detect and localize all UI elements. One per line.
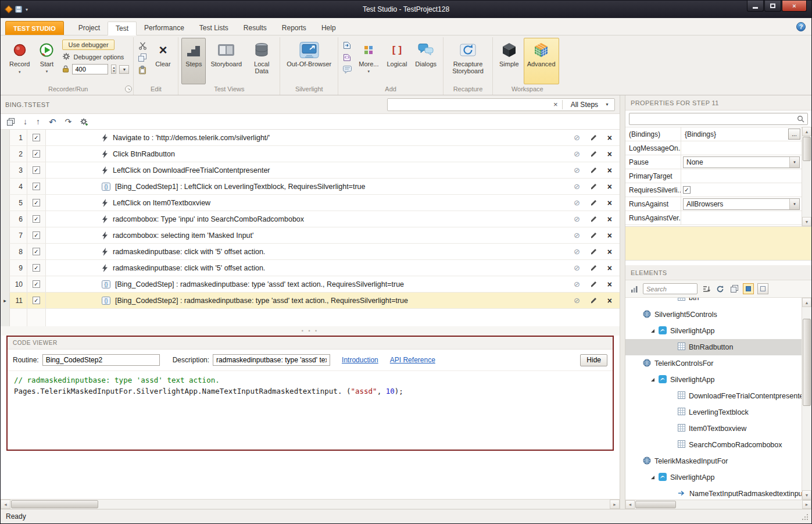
maximize-button[interactable] — [764, 1, 781, 12]
delete-step-icon[interactable]: × — [607, 166, 612, 174]
step-enabled-checkbox[interactable]: ✓ — [33, 183, 40, 190]
step-row[interactable]: 5 ✓ LeftClick on Item0Textboxview ⊘× — [1, 195, 620, 211]
step-enabled-checkbox[interactable]: ✓ — [33, 297, 40, 304]
steps-view-button[interactable]: Steps — [181, 38, 206, 84]
tab-performance[interactable]: Performance — [137, 21, 192, 35]
step-row[interactable]: 3 ✓ LeftClick on DownloadFreeTrialConten… — [1, 162, 620, 179]
use-debugger-toggle[interactable]: Use debugger — [62, 40, 114, 50]
tree-item[interactable]: LeverlingTextblock — [625, 404, 802, 420]
tree-item[interactable]: Silverlight5Controls — [625, 306, 802, 323]
properties-search-input[interactable] — [629, 113, 808, 125]
add-comment-icon[interactable] — [342, 65, 352, 74]
save-icon[interactable] — [15, 6, 22, 13]
delete-step-icon[interactable]: × — [607, 248, 612, 256]
redo-icon[interactable]: ↷ — [65, 117, 72, 126]
expander-icon[interactable] — [651, 476, 654, 479]
qat-dropdown-icon[interactable]: ▾ — [26, 7, 28, 12]
tree-item[interactable]: NameTextInputRadmaskedtextinput — [625, 486, 802, 500]
tree-item[interactable]: TelerikMaskedInputFor — [625, 453, 802, 469]
tree-item[interactable]: Item0Textboxview — [625, 420, 802, 437]
simple-workspace-button[interactable]: Simple — [496, 38, 523, 84]
recorder-delay-input[interactable] — [72, 64, 108, 74]
edit-step-icon[interactable] — [590, 264, 598, 272]
resize-grip-icon[interactable] — [802, 514, 809, 521]
hide-button[interactable]: Hide — [580, 354, 607, 366]
record-button[interactable]: Record ▾ — [6, 38, 33, 84]
scroll-left-icon[interactable]: ◄ — [625, 500, 635, 509]
undo-icon[interactable]: ↶ — [49, 117, 56, 126]
help-icon[interactable]: ? — [796, 22, 806, 31]
edit-step-icon[interactable] — [590, 183, 598, 190]
cut-icon[interactable] — [137, 41, 148, 50]
tab-results[interactable]: Results — [236, 21, 274, 35]
edit-step-icon[interactable] — [590, 280, 598, 288]
paste-icon[interactable] — [137, 65, 148, 74]
delete-step-icon[interactable]: × — [607, 215, 612, 223]
delete-step-icon[interactable]: × — [607, 134, 612, 142]
pause-step-icon[interactable]: ⊘ — [574, 166, 580, 174]
copy-icon[interactable] — [137, 53, 148, 62]
scroll-down-icon[interactable]: ▼ — [802, 490, 811, 500]
delete-step-icon[interactable]: × — [607, 280, 612, 288]
property-row[interactable]: RunsAgainst AllBrowsers▼ — [625, 197, 802, 211]
step-row[interactable]: 9 ✓ radmaskedinputbase: click with '5' o… — [1, 260, 620, 276]
introduction-link[interactable]: Introduction — [342, 356, 378, 364]
code-editor[interactable]: // radmaskedinputbase: type 'assd' text … — [8, 370, 613, 450]
delete-step-icon[interactable]: × — [607, 199, 612, 207]
expander-icon[interactable] — [651, 329, 654, 333]
tab-help[interactable]: Help — [314, 21, 344, 35]
outline-toggle[interactable] — [757, 283, 768, 294]
api-reference-link[interactable]: API Reference — [390, 356, 435, 364]
dropdown-caret-icon[interactable]: ▼ — [789, 157, 799, 167]
pause-step-icon[interactable]: ⊘ — [574, 134, 580, 141]
tab-test[interactable]: Test — [108, 22, 137, 35]
logical-button[interactable]: [] Logical — [383, 38, 410, 84]
bindings-ellipsis-button[interactable]: ... — [788, 129, 800, 140]
clear-search-icon[interactable]: × — [549, 100, 562, 109]
refresh-icon[interactable] — [715, 284, 725, 294]
pause-step-icon[interactable]: ⊘ — [574, 297, 580, 304]
tree-item[interactable]: DownloadFreeTrialContentpresenter — [625, 388, 802, 404]
sort-icon[interactable] — [701, 284, 711, 294]
elements-menu-icon[interactable] — [629, 284, 639, 294]
edit-step-icon[interactable] — [590, 215, 598, 223]
tab-reports[interactable]: Reports — [274, 21, 314, 35]
cascade-icon[interactable] — [729, 284, 739, 294]
storyboard-view-button[interactable]: Storyboard — [207, 38, 245, 84]
pause-dropdown[interactable]: None▼ — [683, 156, 800, 168]
delete-step-icon[interactable]: × — [607, 231, 612, 240]
recorder-dialog-launcher-icon[interactable]: ↘ — [125, 85, 132, 92]
edit-step-icon[interactable] — [590, 134, 598, 141]
copy-step-icon[interactable] — [7, 118, 15, 126]
local-data-view-button[interactable]: Local Data — [246, 38, 277, 84]
step-row[interactable]: 4 ✓ {} [Bing_CodedStep1] : LeftClick on … — [1, 179, 620, 195]
out-of-browser-button[interactable]: Out-Of-Browser — [283, 38, 335, 84]
pause-step-icon[interactable]: ⊘ — [574, 183, 580, 190]
elements-search-input[interactable] — [643, 283, 697, 294]
step-enabled-checkbox[interactable]: ✓ — [33, 231, 40, 239]
step-enabled-checkbox[interactable]: ✓ — [33, 150, 40, 158]
expander-icon[interactable] — [651, 378, 654, 382]
clear-button[interactable]: × Clear — [151, 38, 175, 84]
pause-step-icon[interactable]: ⊘ — [574, 215, 580, 223]
property-row[interactable]: Pause None▼ — [625, 155, 802, 169]
properties-scrollbar[interactable]: ▲ ▼ — [802, 127, 811, 226]
scroll-right-icon[interactable]: ► — [610, 500, 620, 509]
edit-step-icon[interactable] — [590, 248, 598, 255]
scrollbar-thumb[interactable] — [11, 500, 98, 508]
scroll-up-icon[interactable]: ▲ — [802, 298, 811, 307]
close-button[interactable]: × — [782, 1, 807, 12]
dropdown-caret-icon[interactable]: ▼ — [789, 199, 799, 209]
editor-horizontal-scrollbar[interactable]: ◄ ► — [1, 499, 620, 509]
step-enabled-checkbox[interactable]: ✓ — [33, 280, 40, 288]
tree-item[interactable]: SilverlightApp — [625, 323, 802, 339]
delete-step-icon[interactable]: × — [607, 264, 612, 272]
scroll-right-icon[interactable]: ► — [802, 500, 811, 509]
step-row[interactable]: 1 ✓ Navigate to : 'http://demos.telerik.… — [1, 130, 620, 146]
steps-search-input[interactable] — [388, 99, 549, 110]
tree-item[interactable]: SilverlightApp — [625, 469, 802, 486]
pause-step-icon[interactable]: ⊘ — [574, 248, 580, 255]
scrollbar-thumb[interactable] — [635, 501, 676, 508]
step-enabled-checkbox[interactable]: ✓ — [33, 199, 40, 206]
delete-step-icon[interactable]: × — [607, 297, 612, 305]
